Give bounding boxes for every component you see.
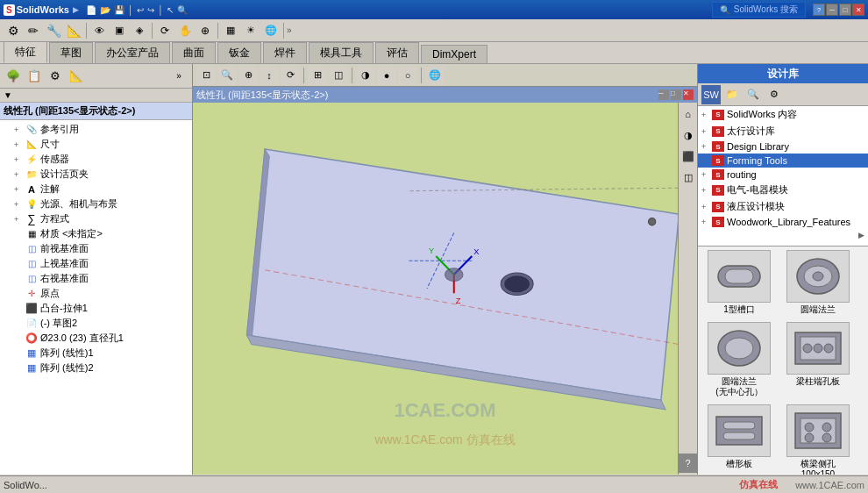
rtree-sw-content[interactable]: + S SolidWorks 内容 [698,106,868,123]
tb-redo-icon[interactable]: ↪ [147,5,154,15]
tb-sel-icon[interactable]: ↖ [167,5,174,15]
minimize-button[interactable]: ─ [826,4,838,16]
tb-sketch-icon[interactable]: ✏ [24,21,43,40]
rtree-taixing[interactable]: + S 太行设计库 [698,123,868,139]
tb-smart-icon[interactable]: 🔧 [44,21,63,40]
lib-thumb-flange2 [708,322,771,375]
rside-view-icon[interactable]: ◑ [679,125,698,145]
tree-item-top[interactable]: ◫ 上视基准面 [0,256,192,271]
lib-item-flange1[interactable]: 圆端法兰 [780,250,856,315]
rtree-design-lib[interactable]: + S Design Library [698,139,868,154]
rtree-routing[interactable]: + S routing [698,168,868,182]
tree-item-refuse[interactable]: + 📎 参考引用 [0,122,192,137]
tab-sheetmetal[interactable]: 钣金 [217,42,261,63]
tree-item-pattern2[interactable]: ▦ 阵列 (线性)2 [0,361,192,375]
svg-point-41 [805,423,814,432]
property-icon[interactable]: 📋 [25,67,44,86]
lib-item-slotplate[interactable]: 槽形板 [701,404,777,475]
viewport[interactable]: ⊡ 🔍 ⊕ ↕ ⟳ ⊞ ◫ ◑ ● ○ 🌐 线性孔 (间距135<显示状态-2>… [193,64,697,475]
lib-item-slot1[interactable]: 1型槽口 [701,250,777,315]
tree-item-hole[interactable]: ⭕ Ø23.0 (23) 直径孔1 [0,331,192,346]
tb-undo-icon[interactable]: ↩ [137,5,144,15]
sep1 [86,23,87,39]
tab-sketch[interactable]: 草图 [49,42,93,63]
tree-item-extrude[interactable]: ⬛ 凸台-拉伸1 [0,301,192,316]
feature-tree-icon[interactable]: 🌳 [4,67,23,86]
tree-scroll-right[interactable]: ▶ [698,229,868,241]
lib-tb-icon1[interactable]: SW [701,85,721,104]
vp-view-orient-icon[interactable]: ⊞ [308,66,327,85]
search-box[interactable]: 🔍 SolidWorks 搜索 [712,2,806,18]
vp-maximize-btn[interactable]: □ [671,89,681,100]
vp-close-btn[interactable]: ✕ [683,89,694,100]
tb-save-icon[interactable]: 💾 [114,5,125,15]
lib-item-beam2[interactable]: 横梁侧孔100x150 [780,404,856,475]
lib-tb-icon4[interactable]: ⚙ [765,85,784,104]
vp-section-icon[interactable]: ◫ [329,66,348,85]
tree-item-dim[interactable]: + 📐 尺寸 [0,137,192,152]
more-btn[interactable]: » [287,25,292,35]
rtree-forming-tools[interactable]: - S Forming Tools [698,154,868,168]
vp-display-icon[interactable]: ◑ [356,66,375,85]
rtree-electric[interactable]: + S 电气-电器模块 [698,182,868,198]
vp-zoom-area-icon[interactable]: ⊕ [238,66,258,85]
tree-item-eq[interactable]: + ∑ 方程式 [0,211,192,226]
tab-mold[interactable]: 模具工具 [309,42,374,63]
more-panel-btn[interactable]: » [169,67,189,86]
tb-zoom-icon[interactable]: 🔍 [177,5,188,15]
vp-pan-icon[interactable]: ↕ [260,66,279,85]
vp-wire-icon[interactable]: ○ [398,66,417,85]
tb-light-icon[interactable]: ☀ [241,21,260,40]
maximize-button[interactable]: □ [839,4,851,16]
help-button[interactable]: ? [813,4,825,16]
tb-pan-icon[interactable]: ✋ [175,21,195,40]
close-button[interactable]: ✕ [852,4,864,16]
rside-home-icon[interactable]: ⌂ [679,104,698,124]
tb-xray-icon[interactable]: ◈ [130,21,149,40]
vp-minimize-btn[interactable]: ─ [658,89,669,100]
tree-item-pattern1[interactable]: ▦ 阵列 (线性)1 [0,346,192,361]
tb-section-icon[interactable]: ▣ [110,21,129,40]
tb-view-icon[interactable]: 👁 [89,21,109,40]
tree-item-right[interactable]: ◫ 右视基准面 [0,271,192,286]
rtree-woodwork[interactable]: + S Woodwork_Library_Features [698,215,868,229]
lib-item-flange2[interactable]: 圆端法兰(无中心孔） [701,322,777,397]
tree-item-sketch2[interactable]: 📄 (-) 草图2 [0,316,192,331]
lib-tb-icon3[interactable]: 🔍 [743,85,763,104]
viewport-3d-content[interactable]: X Y Z 1CAE.COM www.1CAE.com 仿真在线 [193,103,697,475]
rside-help-icon[interactable]: ? [679,454,698,473]
tab-weld[interactable]: 焊件 [263,42,307,63]
tb-material-icon[interactable]: ▦ [221,21,240,40]
dimxpert-icon[interactable]: 📐 [67,67,86,86]
config-icon[interactable]: ⚙ [46,67,65,86]
tree-item-origin[interactable]: ✛ 原点 [0,286,192,301]
tree-item-design[interactable]: + 📁 设计活页夹 [0,167,192,182]
vp-zoom-fit-icon[interactable]: ⊡ [196,66,216,85]
tb-new-icon[interactable]: 📄 [86,5,96,15]
lib-tb-icon2[interactable]: 📁 [722,85,742,104]
tree-item-sensor[interactable]: + ⚡ 传感器 [0,152,192,167]
vp-scene-icon[interactable]: 🌐 [425,66,445,85]
tb-scene-icon[interactable]: 🌐 [261,21,281,40]
tb-feature-icon[interactable]: ⚙ [4,21,23,40]
tb-rotate-icon[interactable]: ⟳ [155,21,174,40]
vp-rotate-icon[interactable]: ⟳ [281,66,300,85]
tb-open-icon[interactable]: 📂 [100,5,110,15]
tab-feature[interactable]: 特征 [4,41,47,63]
tree-item-front[interactable]: ◫ 前视基准面 [0,241,192,256]
tree-item-annot[interactable]: + A 注解 [0,182,192,196]
tree-item-mat[interactable]: ▦ 材质 <未指定> [0,226,192,241]
tab-office[interactable]: 办公室产品 [95,42,170,63]
tab-surface[interactable]: 曲面 [172,42,216,63]
lib-item-beam1[interactable]: 梁柱端孔板 [780,322,856,397]
tb-zoom2-icon[interactable]: ⊕ [196,21,215,40]
vp-shading-icon[interactable]: ● [377,66,396,85]
tab-eval[interactable]: 评估 [375,42,419,63]
rside-section-icon[interactable]: ◫ [679,168,698,187]
tree-item-light[interactable]: + 💡 光源、相机与布景 [0,196,192,211]
tb-ref-icon[interactable]: 📐 [64,21,83,40]
tab-dimxpert[interactable]: DimXpert [421,45,487,63]
rtree-hydraulic[interactable]: + S 液压设计模块 [698,198,868,215]
rside-3d-icon[interactable]: ⬛ [679,146,698,166]
vp-zoom-sel-icon[interactable]: 🔍 [217,66,237,85]
